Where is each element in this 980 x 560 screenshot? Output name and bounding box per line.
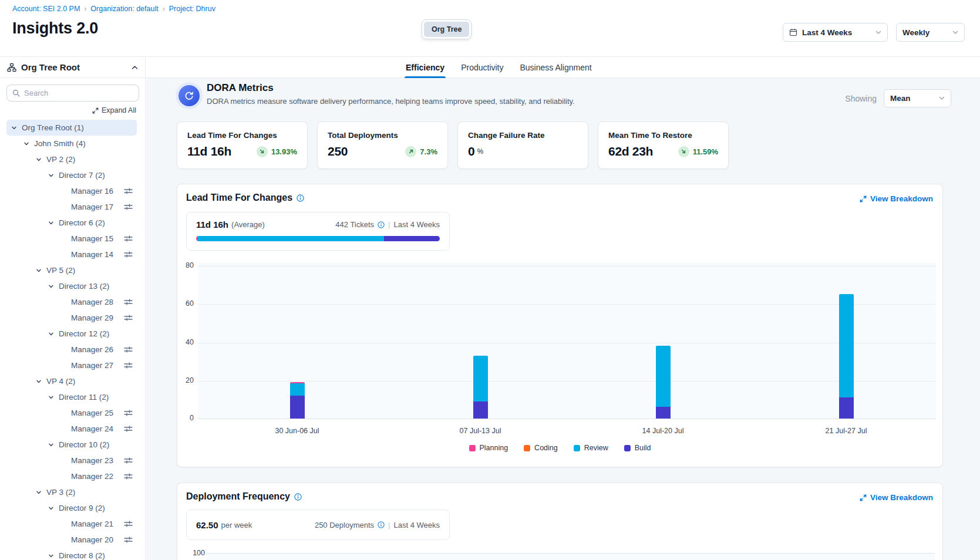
info-icon[interactable]	[297, 194, 304, 202]
breadcrumb-link[interactable]: Project: Dhruv	[169, 5, 215, 13]
expand-all-button[interactable]: Expand All	[92, 106, 136, 114]
date-range-select[interactable]: Last 4 Weeks	[783, 23, 888, 42]
bar-segment-review	[473, 356, 488, 402]
deployment-title: Deployment Frequency	[186, 491, 290, 502]
tree-row[interactable]: Manager 14	[6, 247, 137, 262]
chevron-down-icon[interactable]	[48, 331, 54, 337]
lead-time-view-breakdown[interactable]: View Breakdown	[860, 194, 933, 203]
sidebar-collapse-button[interactable]	[132, 65, 138, 70]
tree-row[interactable]: Director 13 (2)	[6, 278, 137, 294]
tree-row[interactable]: Manager 26	[6, 342, 137, 357]
chevron-down-icon[interactable]	[36, 268, 42, 274]
filter-sliders-icon[interactable]	[124, 473, 133, 480]
chevron-down-icon[interactable]	[36, 379, 42, 384]
legend-item-coding[interactable]: Coding	[524, 444, 558, 452]
legend-item-review[interactable]: Review	[574, 444, 608, 452]
tree-row[interactable]: Director 7 (2)	[6, 167, 137, 183]
chevron-down-icon[interactable]	[36, 490, 42, 495]
tree-row[interactable]: Manager 27	[6, 357, 137, 373]
filter-sliders-icon[interactable]	[124, 536, 133, 544]
tree-row[interactable]: VP 3 (2)	[6, 484, 137, 500]
tree-row[interactable]: John Smith (4)	[6, 136, 137, 151]
tree-row[interactable]: VP 2 (2)	[6, 151, 137, 167]
chevron-down-icon[interactable]	[36, 157, 42, 163]
filter-sliders-icon[interactable]	[124, 235, 133, 242]
deployment-view-breakdown[interactable]: View Breakdown	[860, 493, 933, 502]
tree-item-label: Manager 29	[71, 313, 113, 322]
tree-row[interactable]: Director 8 (2)	[6, 548, 137, 560]
bar-segment-planning	[290, 382, 305, 383]
chevron-down-icon[interactable]	[23, 141, 29, 147]
tree-row[interactable]: Org Tree Root (1)	[6, 120, 137, 136]
y-axis-tick-label: 80	[177, 261, 194, 269]
tree-row[interactable]: Manager 24	[6, 421, 137, 437]
tree-row[interactable]: Manager 16	[6, 183, 137, 199]
tree-row[interactable]: Manager 17	[6, 199, 137, 215]
tree-row[interactable]: VP 4 (2)	[6, 373, 137, 389]
breadcrumb-link[interactable]: Organization: default	[90, 5, 158, 13]
filter-sliders-icon[interactable]	[124, 203, 133, 211]
info-icon[interactable]	[378, 521, 385, 528]
showing-select[interactable]: Mean	[884, 89, 951, 107]
tab-productivity[interactable]: Productivity	[460, 57, 504, 77]
info-icon[interactable]	[294, 493, 302, 501]
filter-sliders-icon[interactable]	[124, 187, 133, 195]
tab-efficiency[interactable]: Efficiency	[405, 57, 446, 77]
tree-row[interactable]: Manager 29	[6, 310, 137, 326]
tree-row[interactable]: Director 12 (2)	[6, 326, 137, 342]
view-breakdown-label: View Breakdown	[870, 493, 933, 502]
tree-item-label: Manager 25	[71, 409, 113, 417]
tree-row[interactable]: Director 10 (2)	[6, 437, 137, 453]
metric-card-total-deployments: Total Deployments2507.3%	[317, 122, 448, 169]
tab-business-alignment[interactable]: Business Alignment	[519, 57, 593, 77]
tree-row[interactable]: Manager 22	[6, 468, 137, 484]
chevron-down-icon[interactable]	[48, 220, 54, 226]
chevron-down-icon[interactable]	[48, 442, 54, 448]
chevron-down-icon[interactable]	[48, 284, 54, 289]
tree-row[interactable]: Manager 15	[6, 231, 137, 247]
lead-time-summary-card: 11d 16h (Average) 442 Tickets | Last 4 W…	[186, 212, 450, 251]
filter-sliders-icon[interactable]	[124, 251, 133, 258]
tree-row[interactable]: Manager 23	[6, 453, 137, 468]
filter-sliders-icon[interactable]	[124, 425, 133, 433]
gridline	[198, 381, 936, 382]
legend-item-build[interactable]: Build	[624, 444, 651, 452]
tree-row[interactable]: Manager 20	[6, 532, 137, 548]
tree-row[interactable]: VP 5 (2)	[6, 262, 137, 278]
chevron-down-icon[interactable]	[48, 553, 54, 559]
tree-row[interactable]: Director 11 (2)	[6, 389, 137, 405]
x-axis-tick-label: 14 Jul-20 Jul	[642, 427, 684, 435]
filter-sliders-icon[interactable]	[124, 520, 133, 528]
filter-sliders-icon[interactable]	[124, 314, 133, 322]
org-tree-button[interactable]: Org Tree	[424, 22, 469, 37]
granularity-select[interactable]: Weekly	[896, 23, 965, 42]
tree-item-label: Manager 15	[71, 234, 113, 243]
filter-sliders-icon[interactable]	[124, 346, 133, 353]
filter-sliders-icon[interactable]	[124, 409, 133, 417]
bar-segment-build	[473, 402, 488, 419]
breadcrumb-link[interactable]: Account: SEI 2.0 PM	[12, 5, 80, 13]
tree-row[interactable]: Manager 25	[6, 405, 137, 421]
tree-row[interactable]: Director 9 (2)	[6, 500, 137, 516]
tree-row[interactable]: Manager 21	[6, 516, 137, 532]
chevron-down-icon[interactable]	[48, 505, 54, 511]
search-icon	[12, 89, 20, 97]
filter-sliders-icon[interactable]	[124, 457, 133, 464]
filter-sliders-icon[interactable]	[124, 298, 133, 306]
tree-row[interactable]: Director 6 (2)	[6, 215, 137, 231]
chevron-down-icon[interactable]	[48, 173, 54, 178]
chevron-down-icon[interactable]	[48, 394, 54, 400]
sidebar-header: Org Tree Root	[0, 57, 145, 78]
bar-segment-review	[839, 294, 854, 397]
filter-sliders-icon[interactable]	[124, 362, 133, 369]
legend-item-planning[interactable]: Planning	[469, 444, 508, 452]
chevron-down-icon[interactable]	[11, 125, 17, 131]
info-icon[interactable]	[378, 221, 385, 228]
metric-card-change-failure-rate: Change Failure Rate0%	[457, 122, 588, 169]
tree-item-label: VP 5 (2)	[46, 266, 75, 275]
tree-item-label: VP 4 (2)	[46, 377, 75, 386]
tree-row[interactable]: Manager 28	[6, 294, 137, 310]
deployment-count: 250 Deployments	[315, 521, 374, 529]
tree-item-label: Manager 16	[71, 187, 113, 195]
search-input[interactable]	[24, 89, 133, 97]
